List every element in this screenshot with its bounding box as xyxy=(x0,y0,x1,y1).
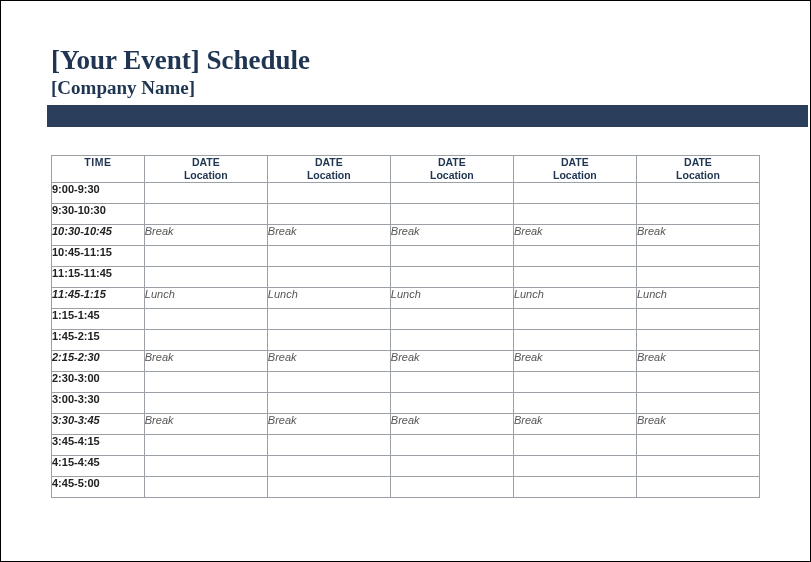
slot-cell: Lunch xyxy=(390,287,513,308)
slot-cell xyxy=(144,434,267,455)
table-row: 4:45-5:00 xyxy=(52,476,760,497)
slot-cell xyxy=(144,329,267,350)
slot-cell xyxy=(267,182,390,203)
slot-cell xyxy=(267,308,390,329)
table-head: TIME DATE Location DATE Location DATE Lo… xyxy=(52,155,760,182)
slot-cell: Break xyxy=(144,224,267,245)
slot-cell xyxy=(267,476,390,497)
date-label: DATE xyxy=(561,156,589,168)
slot-cell xyxy=(390,329,513,350)
slot-cell xyxy=(390,392,513,413)
header-row: TIME DATE Location DATE Location DATE Lo… xyxy=(52,155,760,182)
time-cell: 1:45-2:15 xyxy=(52,329,145,350)
slot-cell xyxy=(636,266,759,287)
slot-cell xyxy=(267,455,390,476)
slot-cell: Break xyxy=(144,413,267,434)
time-cell: 9:00-9:30 xyxy=(52,182,145,203)
header-band xyxy=(47,105,808,127)
day-column-header: DATE Location xyxy=(267,155,390,182)
slot-cell xyxy=(390,203,513,224)
slot-cell xyxy=(513,434,636,455)
slot-cell xyxy=(513,308,636,329)
slot-cell xyxy=(144,476,267,497)
slot-cell: Break xyxy=(267,413,390,434)
slot-cell xyxy=(267,245,390,266)
slot-cell xyxy=(636,434,759,455)
slot-cell: Break xyxy=(390,350,513,371)
slot-cell xyxy=(267,329,390,350)
time-cell: 4:15-4:45 xyxy=(52,455,145,476)
time-cell: 4:45-5:00 xyxy=(52,476,145,497)
slot-cell xyxy=(636,455,759,476)
slot-cell xyxy=(144,392,267,413)
slot-cell xyxy=(636,329,759,350)
time-cell: 3:00-3:30 xyxy=(52,392,145,413)
slot-cell xyxy=(636,245,759,266)
slot-cell: Break xyxy=(267,224,390,245)
table-row: 11:45-1:15LunchLunchLunchLunchLunch xyxy=(52,287,760,308)
slot-cell xyxy=(267,392,390,413)
slot-cell: Lunch xyxy=(267,287,390,308)
time-cell: 10:30-10:45 xyxy=(52,224,145,245)
slot-cell xyxy=(267,203,390,224)
slot-cell: Break xyxy=(636,413,759,434)
slot-cell xyxy=(636,476,759,497)
time-column-header: TIME xyxy=(52,155,145,182)
day-column-header: DATE Location xyxy=(513,155,636,182)
slot-cell xyxy=(390,434,513,455)
table-row: 3:45-4:15 xyxy=(52,434,760,455)
slot-cell xyxy=(513,266,636,287)
slot-cell xyxy=(636,371,759,392)
slot-cell xyxy=(513,455,636,476)
slot-cell xyxy=(390,266,513,287)
table-row: 3:30-3:45BreakBreakBreakBreakBreak xyxy=(52,413,760,434)
slot-cell: Lunch xyxy=(636,287,759,308)
time-cell: 11:15-11:45 xyxy=(52,266,145,287)
slot-cell: Break xyxy=(513,413,636,434)
slot-cell xyxy=(513,476,636,497)
day-column-header: DATE Location xyxy=(636,155,759,182)
time-cell: 3:45-4:15 xyxy=(52,434,145,455)
slot-cell: Lunch xyxy=(513,287,636,308)
table-row: 3:00-3:30 xyxy=(52,392,760,413)
slot-cell xyxy=(390,245,513,266)
date-label: DATE xyxy=(438,156,466,168)
schedule-table: TIME DATE Location DATE Location DATE Lo… xyxy=(51,155,760,498)
location-label: Location xyxy=(268,169,390,182)
slot-cell: Break xyxy=(636,350,759,371)
slot-cell xyxy=(144,182,267,203)
date-label: DATE xyxy=(315,156,343,168)
location-label: Location xyxy=(637,169,759,182)
slot-cell xyxy=(390,308,513,329)
slot-cell xyxy=(267,434,390,455)
slot-cell xyxy=(513,182,636,203)
slot-cell: Break xyxy=(513,224,636,245)
slot-cell xyxy=(390,455,513,476)
spacer xyxy=(51,127,760,155)
slot-cell xyxy=(513,329,636,350)
table-row: 2:30-3:00 xyxy=(52,371,760,392)
slot-cell: Break xyxy=(144,350,267,371)
time-cell: 9:30-10:30 xyxy=(52,203,145,224)
slot-cell: Break xyxy=(636,224,759,245)
event-title: [Your Event] Schedule xyxy=(51,46,760,76)
table-row: 9:30-10:30 xyxy=(52,203,760,224)
slot-cell xyxy=(390,476,513,497)
time-cell: 3:30-3:45 xyxy=(52,413,145,434)
slot-cell xyxy=(144,371,267,392)
slot-cell xyxy=(390,182,513,203)
slot-cell: Break xyxy=(267,350,390,371)
table-body: 9:00-9:309:30-10:3010:30-10:45BreakBreak… xyxy=(52,182,760,497)
table-row: 10:45-11:15 xyxy=(52,245,760,266)
time-cell: 11:45-1:15 xyxy=(52,287,145,308)
slot-cell xyxy=(144,203,267,224)
slot-cell xyxy=(636,392,759,413)
document-page: [Your Event] Schedule [Company Name] TIM… xyxy=(0,0,811,562)
time-cell: 1:15-1:45 xyxy=(52,308,145,329)
slot-cell: Break xyxy=(390,224,513,245)
slot-cell xyxy=(267,266,390,287)
table-row: 11:15-11:45 xyxy=(52,266,760,287)
slot-cell: Break xyxy=(390,413,513,434)
day-column-header: DATE Location xyxy=(144,155,267,182)
table-row: 1:15-1:45 xyxy=(52,308,760,329)
